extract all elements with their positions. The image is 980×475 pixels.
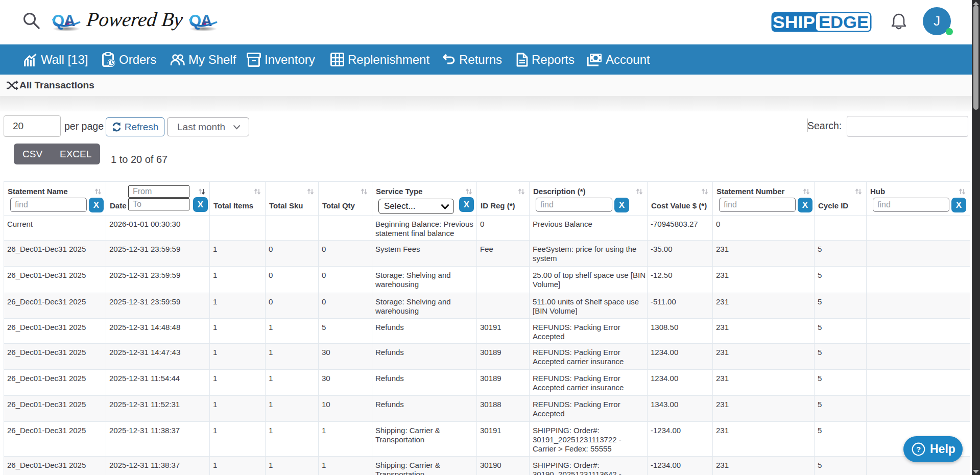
svg-text:?: ? (916, 445, 921, 454)
svg-text:SHIP: SHIP (773, 13, 815, 32)
svg-text:A: A (201, 12, 212, 30)
svg-text:EDGE: EDGE (819, 13, 869, 32)
svg-text:A: A (64, 12, 75, 30)
